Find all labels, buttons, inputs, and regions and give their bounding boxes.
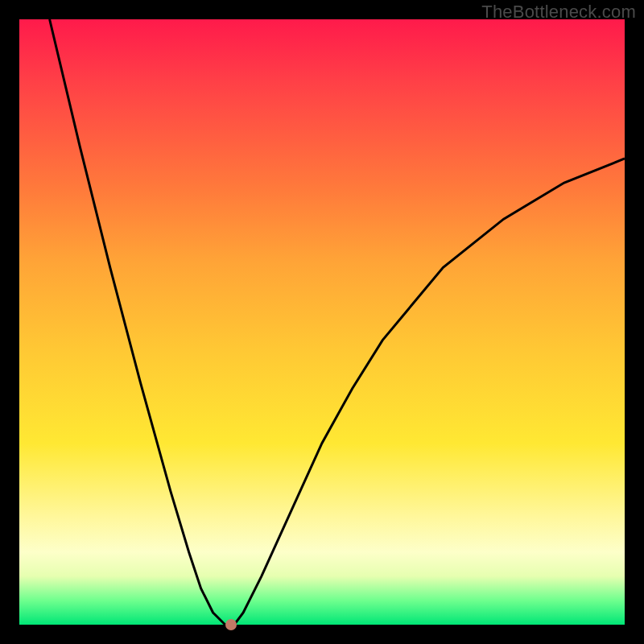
curve-svg: [19, 19, 625, 625]
bottleneck-curve: [50, 19, 625, 625]
plot-area: [19, 19, 625, 625]
chart-frame: TheBottleneck.com: [0, 0, 644, 644]
optimal-point-marker: [225, 619, 237, 630]
